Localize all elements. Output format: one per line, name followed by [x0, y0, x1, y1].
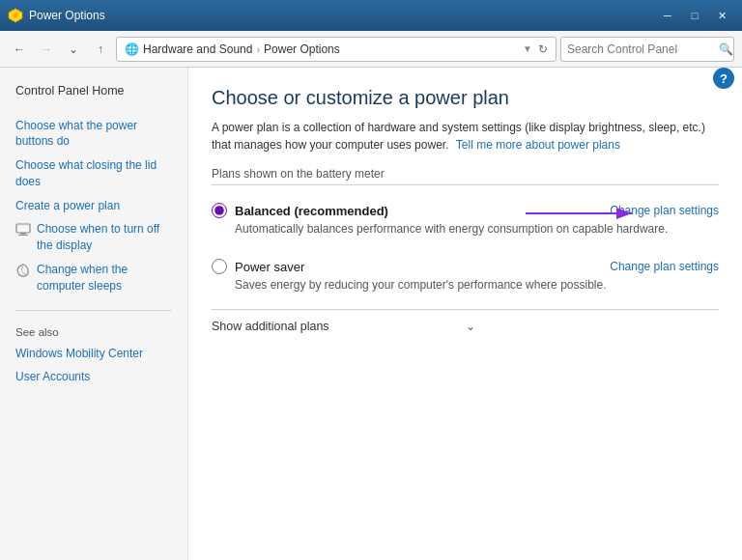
- title-bar: Power Options ─ □ ✕: [0, 0, 742, 31]
- back-button[interactable]: ←: [8, 38, 31, 61]
- sleep-icon: [15, 263, 31, 278]
- svg-rect-3: [16, 224, 30, 233]
- forward-button: →: [35, 38, 58, 61]
- plan-desc-power-saver: Saves energy by reducing your computer's…: [235, 278, 719, 292]
- svg-point-2: [14, 14, 17, 17]
- sidebar-turn-off-display[interactable]: Choose when to turn off the display: [0, 217, 187, 258]
- section-header: Plans shown on the battery meter: [212, 167, 719, 185]
- search-box[interactable]: 🔍: [560, 37, 734, 62]
- address-path[interactable]: 🌐 Hardware and Sound › Power Options ▼ ↻: [116, 37, 556, 62]
- sidebar-computer-sleeps[interactable]: Change when the computer sleeps: [0, 258, 187, 298]
- sidebar-closing-lid[interactable]: Choose what closing the lid does: [0, 154, 187, 194]
- sidebar: Control Panel Home Choose what the power…: [0, 68, 188, 560]
- content-area: Choose or customize a power plan A power…: [188, 68, 742, 560]
- info-circle-button[interactable]: ?: [713, 68, 734, 89]
- down-button[interactable]: ⌄: [62, 38, 85, 61]
- plan-name-balanced: Balanced (recommended): [235, 204, 388, 218]
- sidebar-mobility-center[interactable]: Windows Mobility Center: [0, 342, 187, 366]
- svg-rect-5: [18, 235, 28, 236]
- plan-header-power-saver: Power saver Change plan settings: [212, 259, 719, 274]
- page-description: A power plan is a collection of hardware…: [212, 119, 719, 154]
- page-title: Choose or customize a power plan: [212, 87, 719, 109]
- address-bar: ← → ⌄ ↑ 🌐 Hardware and Sound › Power Opt…: [0, 31, 742, 68]
- plan-item-power-saver: Power saver Change plan settings Saves e…: [212, 253, 719, 297]
- search-input[interactable]: [561, 42, 718, 56]
- sidebar-user-accounts[interactable]: User Accounts: [0, 365, 187, 389]
- app-icon: [8, 8, 23, 23]
- sidebar-power-buttons[interactable]: Choose what the power buttons do: [0, 114, 187, 154]
- up-button[interactable]: ↑: [89, 38, 112, 61]
- maximize-button[interactable]: □: [682, 6, 707, 25]
- change-plan-link-power-saver[interactable]: Change plan settings: [610, 260, 719, 273]
- breadcrumb-power[interactable]: Power Options: [264, 42, 340, 56]
- arrow-annotation: [526, 202, 719, 225]
- plan-name-power-saver: Power saver: [235, 260, 304, 274]
- window-controls: ─ □ ✕: [655, 6, 734, 25]
- show-additional-plans[interactable]: Show additional plans ⌄: [212, 309, 719, 343]
- search-icon[interactable]: 🔍: [718, 42, 733, 56]
- display-icon: [15, 222, 31, 238]
- path-separator: ›: [256, 43, 260, 55]
- window-title: Power Options: [29, 9, 655, 22]
- main-layout: Control Panel Home Choose what the power…: [0, 68, 742, 560]
- learn-more-link[interactable]: Tell me more about power plans: [456, 138, 620, 152]
- sidebar-divider: [15, 310, 172, 311]
- sidebar-create-plan[interactable]: Create a power plan: [0, 194, 187, 218]
- chevron-down-icon: ⌄: [466, 320, 720, 333]
- sidebar-control-home[interactable]: Control Panel Home: [0, 79, 187, 104]
- close-button[interactable]: ✕: [709, 6, 734, 25]
- plan-header-balanced: Balanced (recommended) Change plan setti…: [212, 203, 719, 218]
- see-also-label: See also: [0, 322, 187, 342]
- breadcrumb-hardware[interactable]: Hardware and Sound: [143, 42, 252, 56]
- plan-item-balanced: Balanced (recommended) Change plan setti…: [212, 197, 719, 241]
- plan-radio-balanced[interactable]: [212, 203, 227, 218]
- plan-radio-power-saver[interactable]: [212, 259, 227, 274]
- minimize-button[interactable]: ─: [655, 6, 680, 25]
- svg-rect-4: [20, 233, 26, 235]
